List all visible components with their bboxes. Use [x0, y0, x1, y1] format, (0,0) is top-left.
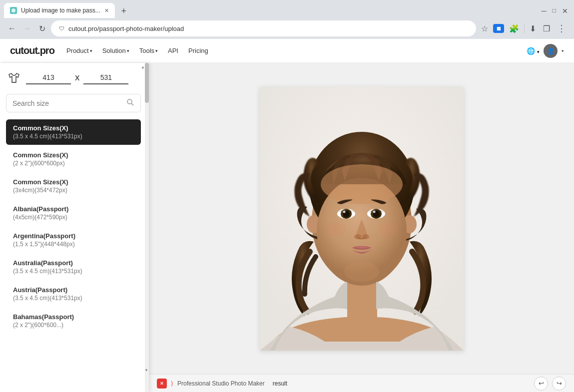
back-button[interactable]: ← [6, 22, 18, 34]
header-right: 🌐 ▾ 👤 ▾ [527, 44, 564, 58]
bottom-btn-1[interactable]: ↩ [534, 377, 548, 391]
dimension-x-separator: X [75, 74, 79, 82]
address-bar: ← → ↻ 🛡 cutout.pro/passport-photo-maker/… [0, 18, 574, 39]
size-dims-1: (2 x 2")(600*600px) [13, 160, 134, 167]
promo-text: Professional Studio Photo Maker [177, 380, 265, 387]
scroll-down-indicator[interactable]: ▼ [144, 366, 148, 374]
size-list: Common Sizes(X) (3.5 x 4.5 cm)(413*531px… [6, 119, 141, 334]
nav-pricing[interactable]: Pricing [188, 47, 208, 54]
title-bar: Upload image to make pass... ✕ + ─ □ ✕ [0, 0, 574, 18]
nav-api[interactable]: API [168, 47, 178, 54]
svg-point-11 [321, 164, 403, 204]
divider [524, 23, 525, 33]
size-name-3: Albania(Passport) [13, 205, 134, 213]
svg-point-23 [379, 222, 399, 236]
website-header: cutout.pro Product ▾ Solution ▾ Tools ▾ … [0, 39, 574, 63]
size-name-0: Common Sizes(X) [13, 124, 134, 132]
url-bar[interactable]: 🛡 cutout.pro/passport-photo-maker/upload [51, 20, 476, 36]
svg-point-22 [326, 222, 346, 236]
size-item-5[interactable]: Australia(Passport) (3.5 x 4.5 cm)(413*5… [6, 254, 141, 280]
url-text: cutout.pro/passport-photo-maker/upload [68, 25, 468, 32]
size-item-4[interactable]: Argentina(Passport) (1,5 x 1,5")(448*448… [6, 227, 141, 253]
svg-point-1 [127, 99, 132, 104]
download-icon[interactable]: ⬇ [528, 22, 538, 35]
panel-inner: X Common Sizes(X) (3.5 x 4.5 cm)(413*5 [0, 63, 149, 392]
language-icon[interactable]: 🌐 ▾ [527, 47, 540, 55]
nav-product[interactable]: Product ▾ [66, 47, 92, 54]
size-name-4: Argentina(Passport) [13, 232, 134, 240]
size-name-7: Bahamas(Passport) [13, 313, 134, 321]
panel-scrollbar[interactable] [145, 63, 149, 392]
browser-chrome: Upload image to make pass... ✕ + ─ □ ✕ ←… [0, 0, 574, 392]
size-dims-2: (3x4cm)(354*472px) [13, 187, 134, 194]
url-info-icon: 🛡 [59, 25, 64, 31]
nav-tools[interactable]: Tools ▾ [139, 47, 158, 54]
promo-icon: ✕ [157, 379, 167, 389]
size-item-6[interactable]: Austria(Passport) (3.5 x 4.5 cm)(413*531… [6, 281, 141, 307]
svg-point-15 [343, 210, 345, 213]
tab-favicon [10, 7, 17, 14]
result-text: result [273, 380, 287, 387]
nav-links: Product ▾ Solution ▾ Tools ▾ API Pricing [66, 47, 208, 54]
size-item-3[interactable]: Albania(Passport) (4x5cm)(472*590px) [6, 200, 141, 226]
bookmark-icon[interactable]: ☆ [479, 22, 490, 35]
portrait-image [260, 87, 464, 351]
dimension-inputs: X [26, 71, 141, 84]
page-body: ▲ X [0, 63, 574, 392]
size-dims-4: (1,5 x 1,5")(448*448px) [13, 241, 134, 248]
extensions-grid-icon[interactable]: ▦ [493, 24, 504, 33]
window-controls: ─ □ ✕ [542, 7, 570, 18]
browser-tab[interactable]: Upload image to make pass... ✕ [4, 3, 115, 18]
height-input[interactable] [83, 71, 128, 84]
svg-point-0 [11, 8, 15, 12]
logo[interactable]: cutout.pro [10, 45, 54, 56]
svg-point-19 [373, 210, 375, 213]
size-name-2: Common Sizes(X) [13, 178, 134, 186]
search-icon [126, 98, 134, 108]
more-menu-icon[interactable]: ⋮ [555, 21, 568, 36]
size-dims-6: (3.5 x 4.5 cm)(413*531px) [13, 295, 134, 302]
scroll-up-indicator[interactable]: ▲ [141, 63, 145, 71]
new-tab-button[interactable]: + [117, 4, 131, 18]
size-dims-3: (4x5cm)(472*590px) [13, 214, 134, 221]
shirt-icon [6, 70, 22, 86]
main-photo-area [149, 63, 574, 374]
size-item-1[interactable]: Common Sizes(X) (2 x 2")(600*600px) [6, 146, 141, 172]
scrollbar-thumb [145, 63, 149, 103]
bottom-bar: ✕ ⟩ Professional Studio Photo Maker resu… [149, 374, 574, 392]
width-input[interactable] [26, 71, 71, 84]
svg-point-24 [344, 262, 379, 282]
dimension-row: X [6, 70, 141, 86]
avatar[interactable]: 👤 [544, 44, 558, 58]
photo-frame [260, 87, 464, 351]
size-dims-5: (3.5 x 4.5 cm)(413*531px) [13, 268, 134, 275]
size-item-2[interactable]: Common Sizes(X) (3x4cm)(354*472px) [6, 173, 141, 199]
size-dims-7: (2 x 2")(600*600...) [13, 322, 134, 329]
puzzle-icon[interactable]: 🧩 [507, 22, 521, 35]
search-box[interactable] [6, 94, 141, 112]
bottom-actions: ↩ ↪ [534, 377, 566, 391]
refresh-button[interactable]: ↻ [36, 22, 48, 34]
minimize-button[interactable]: ─ [542, 7, 547, 15]
size-dims-0: (3.5 x 4.5 cm)(413*531px) [13, 133, 134, 140]
sidebar-icon[interactable]: ❐ [541, 22, 552, 35]
forward-button[interactable]: → [21, 22, 33, 34]
nav-solution[interactable]: Solution ▾ [102, 47, 129, 54]
size-name-1: Common Sizes(X) [13, 151, 134, 159]
size-item-7[interactable]: Bahamas(Passport) (2 x 2")(600*600...) [6, 308, 141, 334]
size-name-6: Austria(Passport) [13, 286, 134, 294]
size-name-5: Australia(Passport) [13, 259, 134, 267]
bottom-btn-2[interactable]: ↪ [552, 377, 566, 391]
logo-text: cutout.pro [10, 45, 54, 56]
search-input[interactable] [12, 99, 122, 107]
maximize-button[interactable]: □ [553, 7, 556, 15]
tab-close-icon[interactable]: ✕ [104, 7, 109, 14]
left-panel: ▲ X [0, 63, 149, 392]
tab-title: Upload image to make pass... [21, 7, 100, 14]
promo-arrow: ⟩ [171, 380, 173, 387]
size-item-0[interactable]: Common Sizes(X) (3.5 x 4.5 cm)(413*531px… [6, 119, 141, 145]
close-button[interactable]: ✕ [562, 7, 568, 15]
svg-line-2 [131, 103, 133, 105]
